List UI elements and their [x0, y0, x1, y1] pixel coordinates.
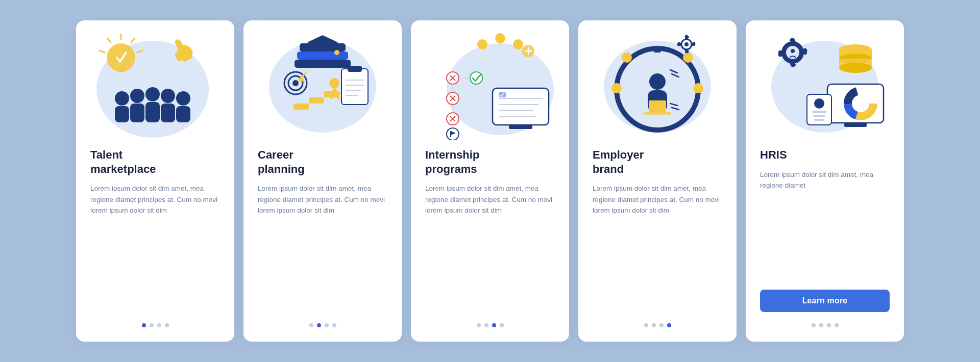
career-planning-illustration	[243, 20, 402, 143]
svg-rect-12	[117, 68, 125, 72]
svg-rect-130	[813, 115, 825, 117]
svg-point-9	[176, 91, 190, 106]
career-planning-body: Lorem ipsum dolor sit dim amet, mea regi…	[258, 183, 387, 312]
dot-1[interactable]	[477, 323, 481, 327]
svg-line-14	[131, 38, 135, 42]
hris-illustration	[746, 20, 904, 143]
svg-rect-73	[509, 125, 532, 129]
card-career-planning: Career planning Lorem ipsum dolor sit di…	[243, 20, 402, 342]
dot-1[interactable]	[142, 323, 146, 327]
card-hris: HRIS Lorem ipsum dolor sit dim amet, mea…	[746, 20, 904, 342]
employer-brand-dots	[593, 323, 722, 327]
card-internship-programs: Internship programs Lorem ipsum dolor si…	[411, 20, 569, 342]
svg-point-28	[334, 50, 339, 55]
svg-point-82	[693, 83, 703, 93]
internship-programs-title: Internship programs	[425, 148, 479, 176]
svg-point-51	[513, 39, 523, 49]
svg-point-5	[145, 87, 160, 101]
talent-marketplace-body: Lorem ipsum dolor sit dim amet, mea regi…	[90, 183, 220, 312]
svg-point-85	[649, 73, 666, 90]
svg-rect-37	[341, 69, 368, 105]
dot-3[interactable]	[659, 323, 664, 327]
learn-more-button[interactable]: Learn more	[760, 290, 890, 312]
svg-point-81	[683, 53, 693, 63]
svg-rect-6	[145, 102, 160, 122]
svg-point-120	[791, 49, 795, 53]
hris-title: HRIS	[760, 148, 787, 162]
svg-rect-25	[295, 60, 351, 68]
dot-1[interactable]	[644, 323, 648, 327]
dot-2[interactable]	[317, 323, 321, 327]
svg-point-1	[115, 91, 129, 106]
svg-point-83	[622, 53, 632, 63]
dot-2[interactable]	[484, 323, 488, 327]
dot-3[interactable]	[325, 323, 329, 327]
talent-marketplace-illustration	[76, 20, 234, 143]
svg-point-126	[853, 96, 868, 111]
svg-rect-30	[309, 97, 324, 104]
svg-rect-24	[297, 51, 348, 60]
dot-3[interactable]	[157, 323, 161, 327]
hris-content: HRIS Lorem ipsum dolor sit dim amet, mea…	[746, 143, 904, 327]
svg-point-32	[329, 78, 339, 88]
dot-4[interactable]	[165, 323, 169, 327]
talent-marketplace-dots	[90, 323, 220, 327]
svg-line-15	[107, 38, 111, 42]
dot-1[interactable]	[812, 323, 816, 327]
internship-programs-content: Internship programs Lorem ipsum dolor si…	[411, 143, 569, 327]
hris-dots	[760, 323, 890, 327]
svg-point-45	[292, 80, 299, 86]
internship-programs-dots	[425, 323, 555, 327]
hris-body: Lorem ipsum dolor sit dim amet, mea regi…	[760, 169, 890, 281]
svg-point-7	[161, 89, 175, 103]
svg-rect-29	[293, 104, 309, 110]
dot-3[interactable]	[492, 323, 496, 327]
svg-line-17	[100, 50, 105, 53]
svg-rect-8	[161, 104, 175, 122]
dot-2[interactable]	[652, 323, 656, 327]
career-planning-title: Career planning	[258, 148, 305, 176]
employer-brand-illustration	[578, 20, 737, 143]
svg-rect-2	[115, 106, 129, 122]
svg-point-50	[495, 33, 505, 43]
svg-rect-131	[814, 119, 824, 121]
internship-programs-illustration	[411, 20, 569, 143]
svg-point-84	[611, 83, 622, 93]
svg-rect-10	[176, 106, 190, 122]
dot-1[interactable]	[309, 323, 313, 327]
svg-rect-4	[130, 104, 144, 122]
svg-rect-87	[649, 100, 666, 113]
internship-programs-body: Lorem ipsum dolor sit dim amet, mea regi…	[425, 183, 555, 312]
talent-marketplace-content: Talent marketplace Lorem ipsum dolor sit…	[76, 143, 234, 327]
dot-4[interactable]	[835, 323, 839, 327]
svg-point-3	[130, 89, 144, 103]
employer-brand-body: Lorem ipsum dolor sit dim amet, mea regi…	[593, 183, 722, 312]
svg-rect-129	[812, 111, 826, 113]
cards-container: Talent marketplace Lorem ipsum dolor sit…	[56, 5, 924, 357]
employer-brand-title: Employer brand	[593, 148, 644, 176]
career-planning-content: Career planning Lorem ipsum dolor sit di…	[243, 143, 402, 327]
svg-point-64	[470, 72, 482, 84]
dot-2[interactable]	[150, 323, 154, 327]
dot-4[interactable]	[500, 323, 504, 327]
svg-rect-88	[644, 112, 671, 115]
svg-point-11	[107, 43, 135, 72]
dot-3[interactable]	[827, 323, 831, 327]
svg-point-109	[839, 63, 872, 73]
dot-2[interactable]	[819, 323, 823, 327]
talent-marketplace-title: Talent marketplace	[90, 148, 156, 176]
svg-point-128	[814, 98, 824, 109]
employer-brand-content: Employer brand Lorem ipsum dolor sit dim…	[578, 143, 737, 327]
dot-4[interactable]	[332, 323, 336, 327]
card-talent-marketplace: Talent marketplace Lorem ipsum dolor sit…	[76, 20, 234, 342]
card-employer-brand: Employer brand Lorem ipsum dolor sit dim…	[578, 20, 737, 342]
career-planning-dots	[258, 323, 387, 327]
svg-rect-122	[844, 123, 867, 127]
svg-rect-38	[348, 66, 362, 72]
svg-point-49	[477, 39, 487, 49]
svg-point-91	[684, 42, 689, 46]
dot-4[interactable]	[667, 323, 671, 327]
